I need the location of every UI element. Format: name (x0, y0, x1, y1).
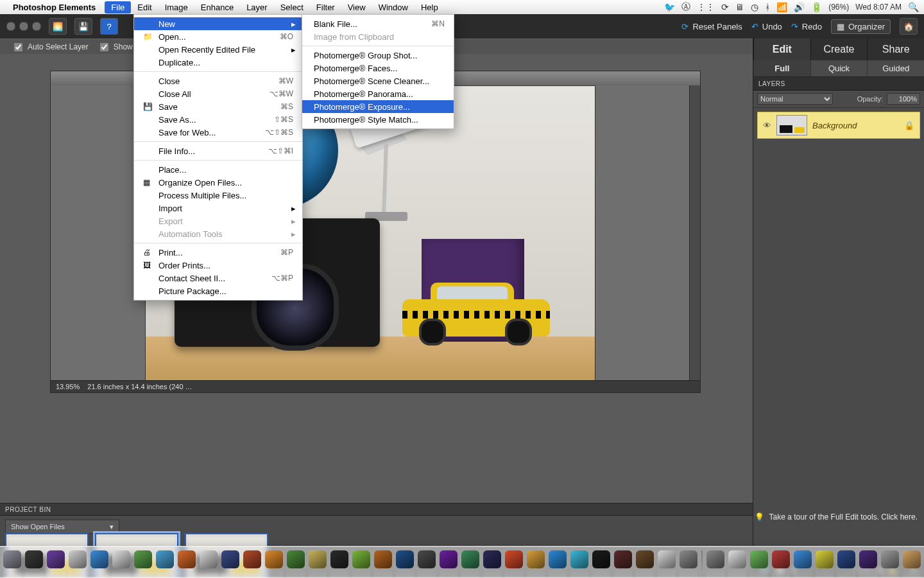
dock-app-icon[interactable] (69, 550, 87, 568)
new-submenu-item[interactable]: Photomerge® Faces... (302, 62, 454, 74)
file-menu-item[interactable]: ▦Organize Open Files... (134, 176, 302, 189)
doc-dimensions[interactable]: 21.6 inches x 14.4 inches (240 … (87, 383, 192, 390)
new-submenu-item[interactable]: Blank File...⌘N (302, 17, 454, 30)
dock-app-icon[interactable] (859, 550, 877, 568)
mode-tab-share[interactable]: Share (867, 39, 924, 60)
dock-app-icon[interactable] (47, 550, 65, 568)
new-submenu-item[interactable]: Photomerge® Panorama... (302, 87, 454, 100)
mode-tab-edit[interactable]: Edit (753, 39, 810, 60)
dock-app-icon[interactable] (221, 550, 239, 568)
spotlight-icon[interactable]: 🔍 (908, 2, 919, 12)
dock-app-icon[interactable] (418, 550, 436, 568)
battery-icon[interactable]: 🔋 (811, 2, 822, 12)
sync-icon[interactable]: ⟳ (721, 2, 729, 12)
undo-button[interactable]: ↶Undo (751, 22, 782, 31)
redo-button[interactable]: ↷Redo (791, 22, 822, 31)
dock-app-icon[interactable] (772, 550, 790, 568)
dock-app-icon[interactable] (614, 550, 632, 568)
file-menu-item[interactable]: 🖨Print...⌘P (134, 246, 302, 259)
dock-app-icon[interactable] (243, 550, 261, 568)
dock-app-icon[interactable] (134, 550, 152, 568)
dock-app-icon[interactable] (309, 550, 327, 568)
dock-app-icon[interactable] (330, 550, 348, 568)
dock-app-icon[interactable] (156, 550, 174, 568)
menubar-item-file[interactable]: File (105, 1, 131, 13)
dock-app-icon[interactable] (728, 550, 746, 568)
submode-tab-quick[interactable]: Quick (810, 60, 868, 77)
twitter-icon[interactable]: 🐦 (664, 2, 675, 12)
vertical-scrollbar[interactable] (689, 85, 700, 381)
organizer-button[interactable]: ▦Organizer (831, 19, 891, 34)
dock-app-icon[interactable] (636, 550, 654, 568)
dock-app-icon[interactable] (570, 550, 588, 568)
quick-new-icon[interactable]: 🌅 (49, 18, 67, 35)
dock-app-icon[interactable] (200, 550, 218, 568)
menubar-item-layer[interactable]: Layer (240, 1, 274, 13)
menubar-item-image[interactable]: Image (158, 1, 194, 13)
bluetooth-icon[interactable]: ᚼ (765, 2, 770, 12)
timemachine-icon[interactable]: ◷ (751, 2, 758, 12)
dock-app-icon[interactable] (461, 550, 479, 568)
file-menu-item[interactable]: Place... (134, 163, 302, 176)
help-icon[interactable]: ? (100, 18, 118, 35)
dock-app-icon[interactable] (3, 550, 21, 568)
dock-app-icon[interactable] (112, 550, 130, 568)
dock-app-icon[interactable] (549, 550, 567, 568)
layer-thumbnail[interactable] (776, 115, 807, 136)
file-menu-item[interactable]: Picture Package... (134, 285, 302, 297)
blend-mode-dropdown[interactable]: Normal (757, 93, 833, 105)
file-menu-item[interactable]: Close⌘W (134, 74, 302, 87)
new-submenu-item[interactable]: Photomerge® Group Shot... (302, 49, 454, 62)
file-menu-item[interactable]: Open Recently Edited File▸ (134, 43, 302, 56)
file-menu-item[interactable]: 🖼Order Prints... (134, 259, 302, 272)
dock-app-icon[interactable] (352, 550, 370, 568)
file-menu-item[interactable]: Close All⌥⌘W (134, 87, 302, 100)
file-menu-item[interactable]: Save As...⇧⌘S (134, 113, 302, 126)
file-menu-item[interactable]: New▸ (134, 17, 302, 30)
window-traffic-lights[interactable] (6, 22, 41, 31)
file-menu-item[interactable]: Save for Web...⌥⇧⌘S (134, 126, 302, 139)
mode-tab-create[interactable]: Create (810, 39, 868, 60)
menubar-item-enhance[interactable]: Enhance (194, 1, 240, 13)
wifi-alt-icon[interactable]: ⋮⋮ (697, 2, 715, 12)
file-menu-item[interactable]: Process Multiple Files... (134, 189, 302, 202)
new-submenu-item[interactable]: Photomerge® Style Match... (302, 113, 454, 126)
dock-app-icon[interactable] (265, 550, 283, 568)
file-menu-item[interactable]: Duplicate... (134, 56, 302, 69)
dock-app-icon[interactable] (706, 550, 724, 568)
dock-app-icon[interactable] (816, 550, 834, 568)
home-icon[interactable]: 🏠 (900, 18, 918, 35)
quick-save-icon[interactable]: 💾 (74, 18, 92, 35)
dock-app-icon[interactable] (527, 550, 545, 568)
new-submenu-item[interactable]: Photomerge® Scene Cleaner... (302, 74, 454, 87)
menubar-item-select[interactable]: Select (274, 1, 310, 13)
dock-app-icon[interactable] (837, 550, 855, 568)
opacity-value[interactable]: 100% (887, 93, 920, 105)
tour-hint[interactable]: 💡 Take a tour of the Full Edit tools. Cl… (755, 512, 918, 521)
file-menu-item[interactable]: Import▸ (134, 202, 302, 215)
dock-app-icon[interactable] (483, 550, 501, 568)
wifi-icon[interactable]: 📶 (776, 2, 787, 12)
file-menu-item[interactable]: 💾Save⌘S (134, 100, 302, 113)
app-name[interactable]: Photoshop Elements (13, 3, 96, 12)
new-submenu-item[interactable]: Photomerge® Exposure... (302, 100, 454, 113)
adobe-icon[interactable]: Ⓐ (681, 1, 690, 13)
dock-app-icon[interactable] (440, 550, 458, 568)
dock-app-icon[interactable] (794, 550, 812, 568)
layer-row-background[interactable]: 👁 Background 🔒 (757, 112, 920, 139)
menubar-item-help[interactable]: Help (415, 1, 445, 13)
dock-app-icon[interactable] (658, 550, 676, 568)
dock-app-icon[interactable] (178, 550, 196, 568)
menubar-item-filter[interactable]: Filter (310, 1, 341, 13)
dock-app-icon[interactable] (592, 550, 610, 568)
file-menu-item[interactable]: 📁Open...⌘O (134, 30, 302, 43)
dock-app-icon[interactable] (680, 550, 697, 568)
dock-app-icon[interactable] (396, 550, 414, 568)
submode-tab-full[interactable]: Full (753, 60, 810, 77)
visibility-icon[interactable]: 👁 (763, 121, 771, 130)
file-menu-item[interactable]: Contact Sheet II...⌥⌘P (134, 272, 302, 285)
display-icon[interactable]: 🖥 (735, 2, 744, 12)
menubar-item-window[interactable]: Window (372, 1, 415, 13)
submode-tab-guided[interactable]: Guided (867, 60, 924, 77)
volume-icon[interactable]: 🔊 (794, 2, 805, 12)
